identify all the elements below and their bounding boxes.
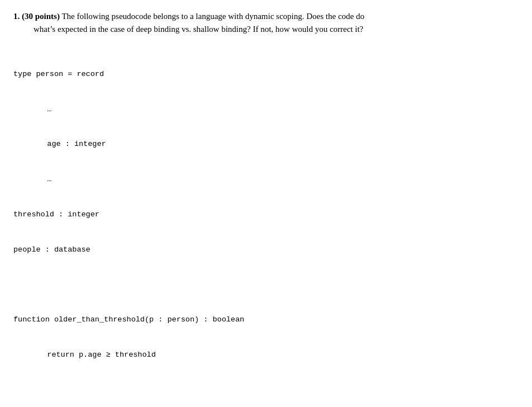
age-line: age : integer: [13, 139, 519, 150]
blank2: [13, 385, 519, 396]
question-points: (30 points): [22, 12, 60, 21]
ellipsis2-line: …: [13, 174, 519, 186]
question-header: 1. (30 points) The following pseudocode …: [13, 10, 519, 35]
people-line: people : database: [13, 244, 519, 256]
func-decl-line: function older_than_threshold(p : person…: [13, 314, 519, 326]
question-container: 1. (30 points) The following pseudocode …: [13, 10, 519, 407]
question-number: 1.: [13, 12, 20, 21]
question-text-line2: what’s expected in the case of deep bind…: [13, 25, 363, 34]
type-person-line: type person = record: [13, 69, 519, 81]
func-body-line: return p.age ≥ threshold: [13, 349, 519, 361]
code-block: type person = record … age : integer … t…: [13, 45, 519, 407]
ellipsis1-line: …: [13, 104, 519, 116]
blank1: [13, 279, 519, 291]
question-text-line1: The following pseudocode belongs to a la…: [61, 12, 364, 21]
threshold-line: threshold : integer: [13, 209, 519, 221]
